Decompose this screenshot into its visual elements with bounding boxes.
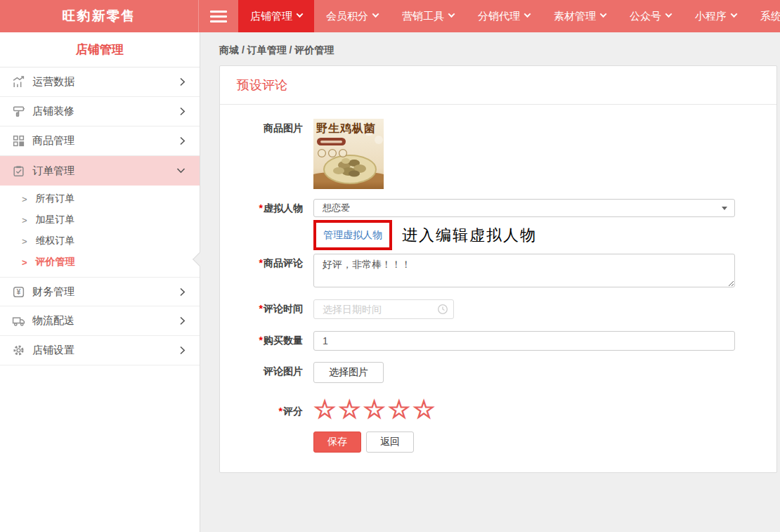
- chevron-right-icon: [180, 77, 186, 86]
- product-comment-row: *商品评论 好评，非常棒！！！: [220, 254, 760, 290]
- preset-review-form: 商品图片: [220, 105, 776, 472]
- breadcrumb: 商城 / 订单管理 / 评价管理: [200, 32, 780, 65]
- required-mark: *: [259, 303, 263, 314]
- nav-item-marketing-tools[interactable]: 营销工具: [390, 0, 466, 32]
- nav-item-member-points[interactable]: 会员积分: [314, 0, 390, 32]
- required-mark: *: [259, 202, 263, 214]
- grid-icon: [11, 134, 25, 148]
- nav-item-label: 小程序: [695, 10, 727, 23]
- label-text: 虚拟人物: [264, 202, 303, 214]
- chevron-right-icon: [180, 346, 186, 355]
- sidebar-item-label: 店铺装修: [32, 105, 180, 118]
- chevron-right-icon: [180, 136, 186, 145]
- nav-item-distribution-agent[interactable]: 分销代理: [466, 0, 542, 32]
- virtual-person-row: *虚拟人物 想恋爱 管理虚拟人物 进入编辑虚拟人物: [220, 199, 760, 250]
- label-text: 评论时间: [264, 303, 303, 314]
- label-text: 购买数量: [264, 335, 303, 346]
- back-button[interactable]: 返回: [366, 432, 414, 453]
- save-button[interactable]: 保存: [313, 432, 361, 453]
- select-dropdown-arrow-icon: [722, 207, 727, 210]
- top-navbar: 旺豹新零售 店铺管理 会员积分 营销工具 分销代理 素材管理 公众号 小程序 系…: [0, 0, 780, 32]
- nav-item-label: 素材管理: [554, 10, 596, 23]
- product-comment-textarea[interactable]: 好评，非常棒！！！: [313, 254, 735, 287]
- rating-row: *评分 ☆☆☆☆☆: [220, 397, 760, 422]
- sidebar-item-order-management[interactable]: 订单管理: [0, 156, 200, 186]
- app-logo: 旺豹新零售: [0, 0, 199, 32]
- main-content: 商城 / 订单管理 / 评价管理 预设评论 商品图片: [200, 32, 780, 532]
- product-image-title: 野生鸡枞菌: [316, 122, 376, 134]
- nav-item-mini-program[interactable]: 小程序: [683, 0, 748, 32]
- form-buttons-row: 保存 返回: [220, 432, 760, 453]
- virtual-person-select[interactable]: 想恋爱: [313, 199, 735, 217]
- label-text: 评分: [283, 406, 303, 417]
- sidebar-item-label: 商品管理: [32, 134, 180, 148]
- product-comment-label: *商品评论: [220, 254, 303, 270]
- review-image-row: 评论图片 选择图片: [220, 362, 760, 383]
- chevron-down-icon: [448, 11, 455, 18]
- rating-label: *评分: [220, 397, 303, 418]
- nav-item-official-account[interactable]: 公众号: [618, 0, 683, 32]
- chevron-down-icon: [600, 11, 607, 18]
- nav-item-shop-management[interactable]: 店铺管理: [238, 0, 314, 32]
- gt-prefix: >: [22, 236, 27, 247]
- purchase-quantity-row: *购买数量: [220, 331, 760, 351]
- sidebar-subitem-all-orders[interactable]: > 所有订单: [0, 188, 200, 209]
- purchase-quantity-input[interactable]: [313, 331, 735, 351]
- nav-item-system-management[interactable]: 系统管理: [748, 0, 780, 32]
- sidebar-subitem-label: 所有订单: [36, 193, 75, 205]
- sidebar-item-label: 运营数据: [32, 75, 180, 89]
- yen-icon: ¥: [11, 285, 25, 299]
- sidebar-item-operations-data[interactable]: 运营数据: [0, 67, 200, 97]
- sidebar: 店铺管理 运营数据 店铺装修 商品管理 订单管理: [0, 32, 200, 532]
- card-title: 预设评论: [220, 66, 776, 105]
- sidebar-item-label: 订单管理: [32, 164, 176, 178]
- sidebar-item-finance-management[interactable]: ¥ 财务管理: [0, 277, 200, 306]
- chevron-right-icon: [180, 107, 186, 116]
- sidebar-item-shop-decoration[interactable]: 店铺装修: [0, 97, 200, 126]
- virtual-person-selected-value: 想恋爱: [323, 202, 722, 214]
- product-image-label: 商品图片: [220, 119, 303, 135]
- manage-virtual-person-link[interactable]: 管理虚拟人物: [323, 229, 382, 240]
- sidebar-item-product-management[interactable]: 商品管理: [0, 126, 200, 156]
- hamburger-menu-icon[interactable]: [199, 0, 238, 32]
- truck-icon: [11, 314, 25, 328]
- comment-time-input[interactable]: [313, 299, 454, 319]
- nav-item-label: 店铺管理: [250, 10, 292, 23]
- gt-prefix: >: [22, 257, 27, 268]
- sidebar-subitem-label: 维权订单: [36, 235, 75, 247]
- chevron-down-icon: [731, 11, 738, 18]
- product-image-row: 商品图片: [220, 119, 760, 189]
- sidebar-subitem-rights-orders[interactable]: > 维权订单: [0, 231, 200, 252]
- clock-icon: [437, 304, 448, 315]
- product-image: 野生鸡枞菌: [313, 119, 384, 189]
- label-text: 评论图片: [264, 365, 303, 377]
- purchase-quantity-label: *购买数量: [220, 331, 303, 347]
- required-mark: *: [279, 406, 282, 417]
- gear-icon: [11, 344, 25, 358]
- sidebar-subitem-review-management[interactable]: > 评价管理: [0, 252, 200, 273]
- chevron-down-icon: [524, 11, 531, 18]
- preset-review-card: 预设评论 商品图片: [219, 65, 777, 473]
- required-mark: *: [259, 335, 263, 346]
- sidebar-item-label: 财务管理: [32, 285, 180, 299]
- choose-image-button[interactable]: 选择图片: [313, 362, 384, 383]
- sidebar-subitem-label: 评价管理: [36, 256, 75, 268]
- label-text: 商品图片: [264, 122, 303, 134]
- chart-icon: [11, 75, 25, 89]
- sidebar-subitem-starred-orders[interactable]: > 加星订单: [0, 209, 200, 231]
- chevron-down-icon: [372, 11, 379, 18]
- gt-prefix: >: [22, 215, 27, 226]
- comment-time-row: *评论时间: [220, 299, 760, 319]
- virtual-person-label: *虚拟人物: [220, 199, 303, 215]
- chevron-right-icon: [180, 316, 186, 325]
- sidebar-item-logistics[interactable]: 物流配送: [0, 306, 200, 336]
- star-rating-icons[interactable]: ☆☆☆☆☆: [313, 395, 437, 424]
- nav-item-label: 营销工具: [402, 10, 444, 23]
- nav-item-label: 分销代理: [478, 10, 520, 23]
- chevron-down-icon: [665, 11, 672, 18]
- nav-item-material-management[interactable]: 素材管理: [542, 0, 618, 32]
- annotation-highlight-box: 管理虚拟人物: [313, 220, 392, 250]
- label-text: 商品评论: [264, 257, 303, 268]
- sidebar-item-shop-settings[interactable]: 店铺设置: [0, 336, 200, 365]
- sidebar-item-label: 物流配送: [32, 314, 180, 327]
